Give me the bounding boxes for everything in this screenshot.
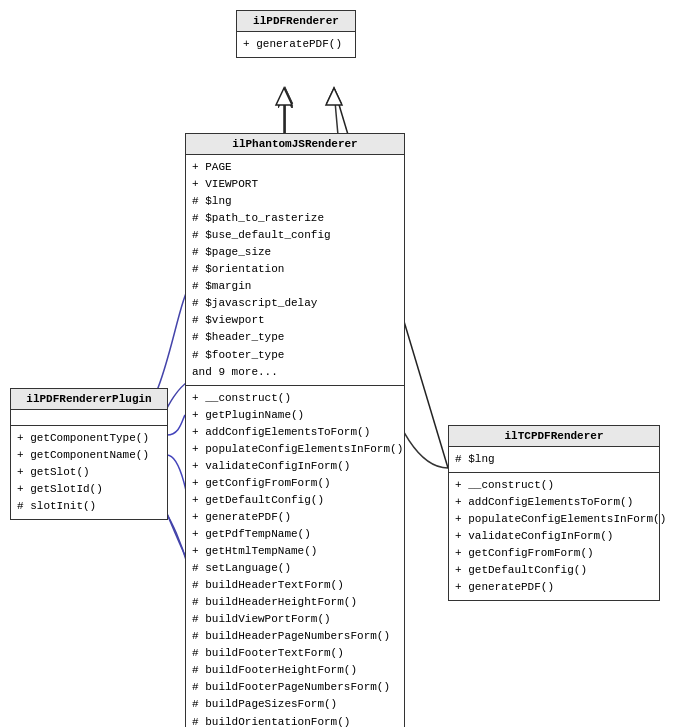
- attr-5: # $page_size: [192, 244, 398, 261]
- meth-15: # buildFooterTextForm(): [192, 645, 398, 662]
- attr-4: # $use_default_config: [192, 227, 398, 244]
- meth-12: # buildHeaderHeightForm(): [192, 594, 398, 611]
- attr-11: # $footer_type: [192, 347, 398, 364]
- meth-4: + validateConfigInForm(): [192, 458, 398, 475]
- ilPDFRenderer-box: ilPDFRenderer + generatePDF(): [236, 10, 356, 58]
- meth-16: # buildFooterHeightForm(): [192, 662, 398, 679]
- meth-0: + __construct(): [192, 390, 398, 407]
- svg-marker-3: [278, 88, 292, 103]
- tcpdf-attr-0: # $lng: [455, 451, 653, 468]
- attr-8: # $javascript_delay: [192, 295, 398, 312]
- ilTCPDFRenderer-methods: + __construct() + addConfigElementsToFor…: [449, 473, 659, 600]
- ilPDFRendererPlugin-attrs: [11, 410, 167, 426]
- plugin-meth-3: + getSlotId(): [17, 481, 161, 498]
- diagram-container: ilPDFRenderer + generatePDF() ilPhantomJ…: [0, 0, 673, 727]
- ilPDFRendererPlugin-methods: + getComponentType() + getComponentName(…: [11, 426, 167, 519]
- meth-9: + getHtmlTempName(): [192, 543, 398, 560]
- ilPhantomJSRenderer-box: ilPhantomJSRenderer + PAGE + VIEWPORT # …: [185, 133, 405, 727]
- meth-6: + getDefaultConfig(): [192, 492, 398, 509]
- meth-3: + populateConfigElementsInForm(): [192, 441, 398, 458]
- attr-0: + PAGE: [192, 159, 398, 176]
- attr-1: + VIEWPORT: [192, 176, 398, 193]
- ilPDFRenderer-title: ilPDFRenderer: [237, 11, 355, 32]
- meth-14: # buildHeaderPageNumbersForm(): [192, 628, 398, 645]
- plugin-meth-0: + getComponentType(): [17, 430, 161, 447]
- attr-6: # $orientation: [192, 261, 398, 278]
- meth-5: + getConfigFromForm(): [192, 475, 398, 492]
- plugin-meth-4: # slotInit(): [17, 498, 161, 515]
- ilPDFRendererPlugin-box: ilPDFRendererPlugin + getComponentType()…: [10, 388, 168, 520]
- plugin-meth-1: + getComponentName(): [17, 447, 161, 464]
- attr-12: and 9 more...: [192, 364, 398, 381]
- ilPhantomJSRenderer-methods: + __construct() + getPluginName() + addC…: [186, 386, 404, 727]
- svg-marker-1: [278, 88, 292, 103]
- tcpdf-meth-0: + __construct(): [455, 477, 653, 494]
- svg-marker-4: [327, 88, 341, 103]
- tcpdf-meth-2: + populateConfigElementsInForm(): [455, 511, 653, 528]
- attr-2: # $lng: [192, 193, 398, 210]
- meth-10: # setLanguage(): [192, 560, 398, 577]
- svg-marker-7: [276, 88, 292, 105]
- meth-8: + getPdfTempName(): [192, 526, 398, 543]
- tcpdf-meth-3: + validateConfigInForm(): [455, 528, 653, 545]
- meth-18: # buildPageSizesForm(): [192, 696, 398, 713]
- attr-9: # $viewport: [192, 312, 398, 329]
- tcpdf-meth-4: + getConfigFromForm(): [455, 545, 653, 562]
- ilTCPDFRenderer-attrs: # $lng: [449, 447, 659, 473]
- plugin-meth-2: + getSlot(): [17, 464, 161, 481]
- ilPhantomJSRenderer-title: ilPhantomJSRenderer: [186, 134, 404, 155]
- attr-10: # $header_type: [192, 329, 398, 346]
- tcpdf-meth-1: + addConfigElementsToForm(): [455, 494, 653, 511]
- ilTCPDFRenderer-title: ilTCPDFRenderer: [449, 426, 659, 447]
- meth-2: + addConfigElementsToForm(): [192, 424, 398, 441]
- meth-7: + generatePDF(): [192, 509, 398, 526]
- attr-3: # $path_to_rasterize: [192, 210, 398, 227]
- meth-13: # buildViewPortForm(): [192, 611, 398, 628]
- meth-1: + getPluginName(): [192, 407, 398, 424]
- ilPDFRenderer-method-1: + generatePDF(): [243, 36, 349, 53]
- meth-11: # buildHeaderTextForm(): [192, 577, 398, 594]
- meth-19: # buildOrientationForm(): [192, 714, 398, 728]
- tcpdf-meth-6: + generatePDF(): [455, 579, 653, 596]
- meth-17: # buildFooterPageNumbersForm(): [192, 679, 398, 696]
- svg-marker-8: [326, 88, 342, 105]
- attr-7: # $margin: [192, 278, 398, 295]
- ilPDFRendererPlugin-title: ilPDFRendererPlugin: [11, 389, 167, 410]
- ilTCPDFRenderer-box: ilTCPDFRenderer # $lng + __construct() +…: [448, 425, 660, 601]
- ilPhantomJSRenderer-attrs: + PAGE + VIEWPORT # $lng # $path_to_rast…: [186, 155, 404, 386]
- ilPDFRenderer-methods: + generatePDF(): [237, 32, 355, 57]
- tcpdf-meth-5: + getDefaultConfig(): [455, 562, 653, 579]
